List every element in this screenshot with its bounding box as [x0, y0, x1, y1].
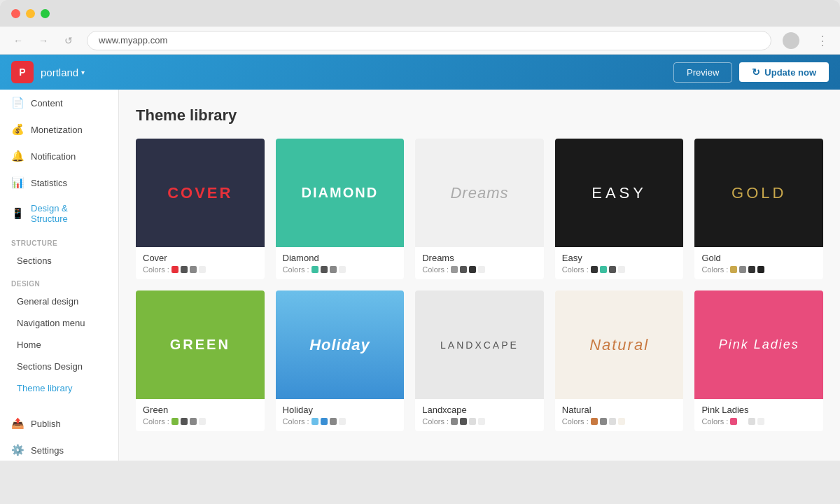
minimize-btn[interactable]	[26, 9, 35, 18]
color-dot	[600, 266, 607, 273]
user-icon	[783, 32, 799, 49]
theme-label-pinkl: Pink Ladies	[701, 405, 816, 415]
sections-label: Sections	[17, 255, 52, 266]
structure-section-label: STRUCTURE	[0, 231, 118, 250]
color-dot	[757, 266, 764, 273]
sidebar-item-sections[interactable]: Sections	[0, 250, 118, 272]
color-dot	[609, 266, 616, 273]
menu-dots[interactable]: ⋮	[816, 33, 829, 48]
theme-card-diamond[interactable]: DIAMONDDiamondColors :	[276, 139, 405, 279]
theme-preview-diamond: DIAMOND	[276, 139, 405, 247]
theme-preview-landxcape: LANDXCAPE	[415, 290, 544, 399]
sidebar-item-general-design[interactable]: General design	[0, 290, 118, 312]
theme-text-easy: EASY	[592, 184, 647, 202]
site-name-dropdown[interactable]: portland ▾	[41, 66, 85, 78]
theme-label-dreams: Dreams	[422, 253, 537, 263]
theme-preview-cover: COVER	[136, 139, 265, 247]
theme-library-label: Theme library	[17, 383, 72, 393]
color-dot	[739, 266, 746, 273]
color-dot	[609, 418, 616, 425]
theme-text-cover: COVER	[167, 184, 232, 202]
theme-info-gold: GoldColors :	[694, 247, 823, 279]
sidebar-item-home[interactable]: Home	[0, 334, 118, 356]
site-name-label: portland	[41, 66, 78, 78]
sidebar-item-design-structure[interactable]: 📱 Design & Structure	[0, 196, 118, 231]
theme-label-easy: Easy	[562, 253, 677, 263]
color-dot	[199, 266, 206, 273]
theme-colors-dreams: Colors :	[422, 265, 537, 274]
theme-card-gold[interactable]: GOLDGoldColors :	[694, 139, 823, 279]
color-dot	[181, 266, 188, 273]
theme-grid: COVERCoverColors :DIAMONDDiamondColors :…	[136, 139, 823, 431]
design-icon: 📱	[11, 207, 24, 220]
color-dot	[172, 266, 178, 273]
color-dot	[591, 266, 598, 273]
color-dot	[451, 266, 458, 273]
sidebar-item-statistics[interactable]: 📊 Statistics	[0, 169, 118, 196]
theme-card-landxcape[interactable]: LANDXCAPELandxcapeColors :	[415, 290, 544, 431]
theme-text-dreams: Dreams	[450, 184, 508, 202]
address-bar[interactable]: www.myapp.com	[87, 31, 771, 50]
sidebar-label-statistics: Statistics	[31, 178, 67, 188]
preview-button[interactable]: Preview	[673, 62, 732, 83]
color-dot	[469, 266, 476, 273]
sidebar-label-design: Design & Structure	[31, 203, 107, 224]
sidebar-item-publish[interactable]: 📤 Publish	[0, 410, 118, 437]
theme-label-green: Green	[143, 405, 258, 415]
statistics-icon: 📊	[11, 176, 24, 189]
browser-addressbar: ← → ↺ www.myapp.com ⋮	[0, 27, 840, 55]
sidebar-item-settings[interactable]: ⚙️ Settings	[0, 437, 118, 461]
theme-info-natural: NaturalColors :	[555, 399, 684, 431]
content-area: Theme library COVERCoverColors :DIAMONDD…	[119, 90, 840, 461]
theme-card-cover[interactable]: COVERCoverColors :	[136, 139, 265, 279]
color-dot	[172, 418, 178, 425]
color-dot	[730, 418, 737, 425]
color-dot	[339, 266, 346, 273]
back-button[interactable]: ←	[11, 34, 25, 48]
sidebar-item-sections-design[interactable]: Sections Design	[0, 356, 118, 377]
color-dot	[460, 418, 467, 425]
sidebar-item-content[interactable]: 📄 Content	[0, 90, 118, 116]
theme-preview-holiday: Holiday	[276, 290, 405, 399]
close-btn[interactable]	[11, 9, 20, 18]
color-dot	[330, 266, 337, 273]
chevron-down-icon: ▾	[81, 69, 85, 76]
color-dot	[469, 418, 476, 425]
theme-card-holiday[interactable]: HolidayHolidayColors :	[276, 290, 405, 431]
color-dot	[748, 418, 755, 425]
theme-info-easy: EasyColors :	[555, 247, 684, 279]
app-container: P portland ▾ Preview ↻ Update now 📄 Cont…	[0, 55, 840, 461]
app-main: 📄 Content 💰 Monetization 🔔 Notification …	[0, 90, 840, 461]
maximize-btn[interactable]	[41, 9, 50, 18]
theme-preview-natural: Natural	[555, 290, 684, 399]
sidebar-label-monetization: Monetization	[31, 125, 83, 135]
sidebar-item-notification[interactable]: 🔔 Notification	[0, 143, 118, 169]
color-dot	[190, 266, 197, 273]
sidebar-item-theme-library[interactable]: Theme library	[0, 377, 118, 399]
update-now-button[interactable]: ↻ Update now	[739, 62, 829, 82]
theme-colors-natural: Colors :	[562, 417, 677, 426]
theme-info-landxcape: LandxcapeColors :	[415, 399, 544, 431]
sidebar-item-navigation-menu[interactable]: Navigation menu	[0, 312, 118, 334]
theme-label-diamond: Diamond	[283, 253, 398, 263]
theme-preview-gold: GOLD	[694, 139, 823, 247]
navigation-menu-label: Navigation menu	[17, 318, 85, 328]
home-label: Home	[17, 340, 41, 350]
theme-card-natural[interactable]: NaturalNaturalColors :	[555, 290, 684, 431]
theme-card-easy[interactable]: EASYEasyColors :	[555, 139, 684, 279]
theme-colors-easy: Colors :	[562, 265, 677, 274]
theme-info-dreams: DreamsColors :	[415, 247, 544, 279]
color-dot	[181, 418, 188, 425]
theme-preview-pinkl: Pink Ladies	[694, 290, 823, 399]
theme-colors-gold: Colors :	[701, 265, 816, 274]
theme-card-dreams[interactable]: DreamsDreamsColors :	[415, 139, 544, 279]
sidebar-item-monetization[interactable]: 💰 Monetization	[0, 116, 118, 143]
publish-icon: 📤	[11, 417, 24, 430]
forward-button[interactable]: →	[36, 34, 50, 48]
theme-card-green[interactable]: GREENGreenColors :	[136, 290, 265, 431]
theme-card-pinkl[interactable]: Pink LadiesPink LadiesColors :	[694, 290, 823, 431]
refresh-button[interactable]: ↺	[62, 34, 76, 48]
settings-icon: ⚙️	[11, 444, 24, 456]
theme-preview-easy: EASY	[555, 139, 684, 247]
color-dot	[321, 266, 328, 273]
